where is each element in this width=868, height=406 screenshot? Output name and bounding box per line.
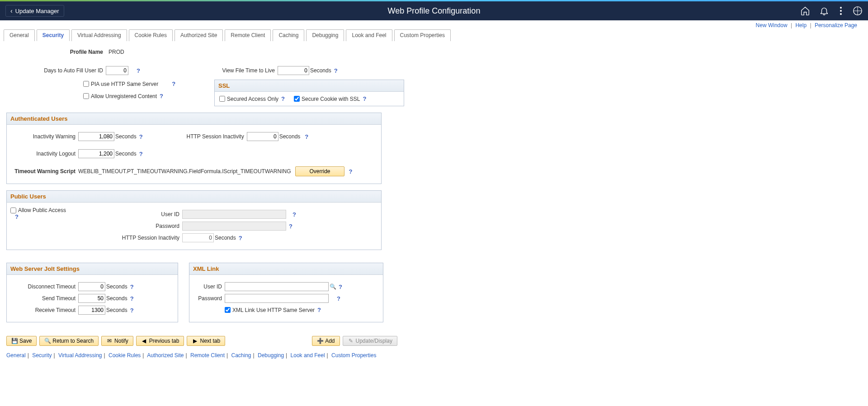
help-icon[interactable]: ? — [160, 93, 163, 99]
tab-look-and-feel[interactable]: Look and Feel — [346, 29, 392, 41]
notify-button[interactable]: ✉Notify — [101, 336, 133, 346]
help-icon[interactable]: ? — [339, 283, 342, 290]
help-icon[interactable]: ? — [305, 133, 308, 140]
allow-unregistered-checkbox[interactable]: Allow Unregistered Content — [83, 93, 157, 99]
notify-icon: ✉ — [106, 338, 113, 344]
tab-remote-client[interactable]: Remote Client — [225, 29, 271, 41]
send-timeout-input[interactable] — [78, 294, 105, 303]
personalize-link[interactable]: Personalize Page — [815, 22, 857, 28]
tab-virtual-addressing[interactable]: Virtual Addressing — [71, 29, 127, 41]
link-authorized-site[interactable]: Authorized Site — [147, 352, 184, 359]
ssl-groupbox: SSL Secured Access Only ? Secure Cookie … — [214, 80, 404, 106]
timeout-script-label: Timeout Warning Script — [10, 168, 78, 175]
help-link[interactable]: Help — [795, 22, 807, 28]
help-icon[interactable]: ? — [130, 307, 134, 314]
help-icon[interactable]: ? — [130, 283, 134, 290]
xml-userid-input[interactable] — [225, 282, 329, 291]
view-file-ttl-label: View File Time to Live — [214, 67, 278, 74]
nav-icon[interactable] — [853, 6, 863, 16]
tab-caching[interactable]: Caching — [273, 29, 304, 41]
next-tab-button[interactable]: ▶Next tab — [187, 336, 225, 346]
help-icon[interactable]: ? — [289, 223, 292, 230]
view-file-ttl-input[interactable] — [278, 66, 309, 75]
help-icon[interactable]: ? — [281, 95, 285, 102]
send-timeout-label: Send Timeout — [10, 295, 78, 302]
disconnect-timeout-label: Disconnect Timeout — [10, 283, 78, 290]
back-label: Update Manager — [15, 8, 59, 14]
help-icon[interactable]: ? — [139, 133, 143, 140]
receive-timeout-input[interactable] — [78, 306, 105, 315]
public-users-title: Public Users — [7, 191, 381, 203]
public-userid-input — [182, 210, 286, 219]
allow-public-checkbox[interactable]: Allow Public Access — [10, 207, 137, 213]
tab-cookie-rules[interactable]: Cookie Rules — [129, 29, 173, 41]
public-password-input — [182, 222, 286, 231]
save-button[interactable]: 💾Save — [6, 336, 37, 346]
save-icon: 💾 — [11, 338, 18, 344]
disconnect-timeout-input[interactable] — [78, 282, 105, 291]
help-icon[interactable]: ? — [239, 235, 242, 241]
help-icon[interactable]: ? — [317, 307, 321, 313]
timeout-script-value: WEBLIB_TIMEOUT.PT_TIMEOUTWARNING.FieldFo… — [78, 168, 291, 175]
back-button[interactable]: ‹ Update Manager — [5, 5, 64, 17]
inactivity-warning-input[interactable] — [78, 132, 114, 141]
help-icon[interactable]: ? — [292, 211, 296, 218]
xml-password-input[interactable] — [225, 294, 329, 303]
help-icon[interactable]: ? — [172, 80, 175, 87]
search-icon: 🔍 — [44, 338, 51, 344]
secured-access-checkbox[interactable]: Secured Access Only — [219, 96, 278, 102]
help-icon[interactable]: ? — [349, 168, 353, 175]
public-http-session-input — [182, 233, 214, 242]
override-button[interactable]: Override — [295, 166, 344, 176]
help-icon[interactable]: ? — [334, 67, 338, 74]
home-icon[interactable] — [800, 6, 810, 16]
link-virtual-addressing[interactable]: Virtual Addressing — [58, 352, 102, 359]
link-general[interactable]: General — [6, 352, 26, 359]
secure-cookie-checkbox[interactable]: Secure Cookie with SSL — [294, 96, 360, 102]
add-button[interactable]: ➕Add — [312, 336, 340, 346]
link-cookie-rules[interactable]: Cookie Rules — [108, 352, 141, 359]
link-custom-properties[interactable]: Custom Properties — [331, 352, 376, 359]
lookup-icon[interactable]: 🔍 — [330, 283, 336, 290]
http-session-input[interactable] — [247, 132, 278, 141]
link-debugging[interactable]: Debugging — [258, 352, 284, 359]
return-search-button[interactable]: 🔍Return to Search — [39, 336, 99, 346]
jolt-settings-group: Web Server Jolt Settings Disconnect Time… — [6, 263, 178, 322]
link-look-and-feel[interactable]: Look and Feel — [291, 352, 325, 359]
help-icon[interactable]: ? — [15, 213, 19, 220]
help-icon[interactable]: ? — [130, 295, 134, 302]
pia-same-server-checkbox[interactable]: PIA use HTTP Same Server — [83, 81, 158, 87]
tab-strip: General Security Virtual Addressing Cook… — [0, 29, 868, 42]
previous-tab-button[interactable]: ◀Previous tab — [136, 336, 184, 346]
link-remote-client[interactable]: Remote Client — [190, 352, 225, 359]
link-security[interactable]: Security — [32, 352, 52, 359]
bell-icon[interactable] — [819, 6, 829, 16]
days-autofill-input[interactable] — [106, 66, 128, 75]
days-autofill-label: Days to Auto Fill User ID — [6, 67, 106, 74]
update-display-button[interactable]: ✎Update/Display — [343, 336, 397, 346]
public-userid-label: User ID — [137, 211, 182, 217]
bottom-tab-links: General| Security| Virtual Addressing| C… — [0, 350, 868, 368]
tab-authorized-site[interactable]: Authorized Site — [175, 29, 223, 41]
new-window-link[interactable]: New Window — [756, 22, 788, 28]
seconds-label: Seconds — [310, 67, 331, 74]
tab-debugging[interactable]: Debugging — [306, 29, 344, 41]
tab-general[interactable]: General — [4, 29, 35, 41]
tab-security[interactable]: Security — [37, 29, 70, 41]
link-caching[interactable]: Caching — [231, 352, 251, 359]
xml-same-server-checkbox[interactable]: XML Link Use HTTP Same Server — [225, 307, 315, 313]
inactivity-logout-input[interactable] — [78, 149, 114, 158]
xml-userid-label: User ID — [193, 283, 225, 290]
help-icon[interactable]: ? — [337, 295, 340, 302]
help-icon[interactable]: ? — [137, 67, 140, 74]
receive-timeout-label: Receive Timeout — [10, 307, 78, 313]
help-icon[interactable]: ? — [139, 151, 143, 157]
tab-custom-properties[interactable]: Custom Properties — [394, 29, 451, 41]
http-session-label: HTTP Session Inactivity — [179, 133, 247, 140]
add-icon: ➕ — [317, 338, 323, 344]
actions-menu-icon[interactable] — [838, 5, 844, 17]
help-icon[interactable]: ? — [363, 95, 366, 102]
update-icon: ✎ — [348, 338, 354, 344]
profile-name-value: PROD — [108, 49, 124, 55]
inactivity-warning-label: Inactivity Warning — [10, 133, 78, 140]
